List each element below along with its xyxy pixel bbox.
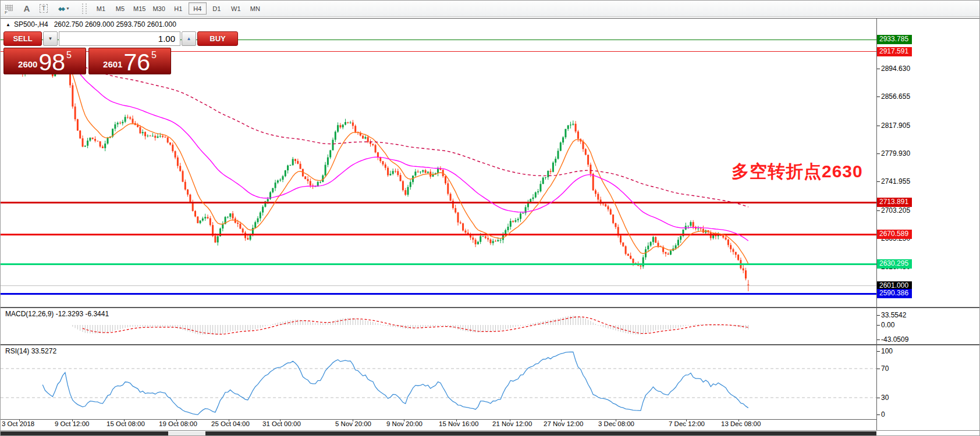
volume-decrease-button[interactable]: ▼ [43, 31, 58, 46]
chart-header: ▲ SP500-,H4 2602.750 2609.000 2593.750 2… [6, 20, 176, 28]
timeframe-m5-button[interactable]: M5 [111, 2, 129, 15]
chart-shift-icon[interactable]: F [2, 2, 17, 15]
indicator-axis-tick-label: 0.00 [881, 321, 894, 329]
buy-button[interactable]: BUY [197, 31, 238, 46]
indicator-axis-tick-label: -43.0509 [881, 335, 908, 344]
price-axis-badge: 2917.591 [877, 47, 912, 56]
time-axis-label: 15 Oct 08:00 [106, 420, 145, 427]
time-axis-label: 13 Dec 08:00 [721, 420, 761, 427]
mid-ema-line [17, 62, 748, 241]
price-axis-badge: 2933.785 [877, 35, 912, 44]
slow-ema-line [17, 62, 748, 207]
sell-button[interactable]: SELL [3, 31, 42, 46]
collapse-arrow-icon[interactable]: ▲ [6, 22, 10, 27]
timeframe-mn-button[interactable]: MN [246, 2, 264, 15]
price-axis-tick-label: 2703.205 [881, 206, 910, 215]
price-axis-tick-label: 2741.955 [881, 177, 910, 185]
indicator-axis-tick-label: 33.5542 [881, 311, 906, 319]
indicator-axis-tick-label: 100 [881, 347, 893, 355]
price-axis-badge: 2590.386 [877, 289, 912, 298]
toolbar-drag-handle[interactable] [82, 3, 87, 14]
macd-rsi-divider[interactable] [1, 344, 980, 345]
time-axis-label: 21 Nov 12:00 [492, 420, 532, 427]
triangle-up-icon: ▲ [187, 36, 191, 41]
indicator-axis-tick-label: 30 [881, 394, 889, 402]
timeframe-h4-button[interactable]: H4 [189, 2, 207, 15]
macd-histogram [73, 316, 748, 335]
scrollbar-thumb-left[interactable] [1, 431, 168, 436]
scrollbar-track-gap[interactable] [168, 431, 205, 436]
time-axis-label: 5 Nov 20:00 [335, 420, 371, 427]
volume-spinner: ▼ ▲ [43, 31, 196, 46]
timeframe-w1-button[interactable]: W1 [227, 2, 245, 15]
horizontal-scrollbar[interactable] [1, 431, 980, 436]
sell-price-box[interactable]: 2600 98 5 [3, 48, 86, 74]
mt4-chart-window: F A T ◆◆ ▼ M1 M5 M15 M30 H1 H4 D1 W1 MN … [0, 0, 980, 436]
rsi-indicator-label: RSI(14) 33.5272 [5, 347, 56, 355]
arrow-objects-icon[interactable]: ◆◆ ▼ [53, 2, 75, 15]
price-axis-tick-label: 2817.905 [881, 121, 910, 130]
time-axis-label: 31 Oct 00:00 [262, 420, 301, 427]
time-axis-label: 3 Oct 2018 [2, 420, 34, 427]
time-axis-label: 19 Oct 08:00 [159, 420, 197, 427]
time-axis-label: 15 Nov 16:00 [439, 420, 478, 427]
toolbar: F A T ◆◆ ▼ M1 M5 M15 M30 H1 H4 D1 W1 MN [1, 1, 979, 17]
price-axis-badge: 2670.589 [877, 230, 912, 239]
time-axis-label: 9 Nov 20:00 [386, 420, 422, 427]
price-axis-tick-label: 2894.630 [881, 65, 910, 73]
volume-input[interactable] [59, 31, 180, 46]
text-label-icon[interactable]: T [36, 2, 51, 15]
shift-letter: F [4, 10, 8, 15]
chevron-down-icon: ▼ [66, 6, 70, 10]
price-axis-divider [876, 18, 877, 430]
indicator-axis-tick-label: 70 [881, 364, 889, 373]
main-macd-divider[interactable] [1, 307, 980, 308]
text-tool-icon[interactable]: A [19, 2, 34, 15]
time-axis-label: 7 Dec 12:00 [669, 420, 705, 427]
price-axis-badge: 2630.295 [877, 259, 912, 269]
ohlc-values: 2602.750 2609.000 2593.750 2601.000 [54, 20, 176, 28]
buy-price-box[interactable]: 2601 76 5 [88, 48, 171, 74]
scrollbar-thumb-right[interactable] [205, 431, 876, 436]
symbol-label: SP500-,H4 [14, 20, 48, 28]
price-axis-tick-label: 2856.655 [881, 92, 910, 101]
macd-indicator-label: MACD(12,26,9) -12.3293 -6.3441 [5, 310, 109, 318]
price-axis-badge: 2713.891 [877, 198, 912, 207]
volume-increase-button[interactable]: ▲ [182, 31, 196, 46]
timeframe-m15-button[interactable]: M15 [130, 2, 148, 15]
rsi-line [42, 352, 748, 414]
timeframe-m30-button[interactable]: M30 [150, 2, 168, 15]
chart-top-border [1, 18, 980, 19]
chart-annotation-text: 多空转折点2630 [732, 160, 863, 184]
candles-layer [7, 50, 750, 291]
indicator-axis-tick-label: 0 [881, 410, 885, 419]
timeframe-d1-button[interactable]: D1 [208, 2, 226, 15]
timeframe-h1-button[interactable]: H1 [169, 2, 187, 15]
rsi-bottom-border [1, 419, 876, 420]
timeframe-m1-button[interactable]: M1 [92, 2, 110, 15]
time-axis-label: 25 Oct 04:00 [211, 420, 250, 427]
one-click-trading-panel: SELL ▼ ▲ BUY 2600 98 5 2601 [3, 31, 171, 74]
triangle-down-icon: ▼ [48, 36, 53, 41]
price-axis-tick-label: 2779.930 [881, 149, 910, 158]
time-axis-label: 27 Nov 12:00 [544, 420, 583, 427]
time-axis-label: 3 Dec 08:00 [598, 420, 634, 427]
